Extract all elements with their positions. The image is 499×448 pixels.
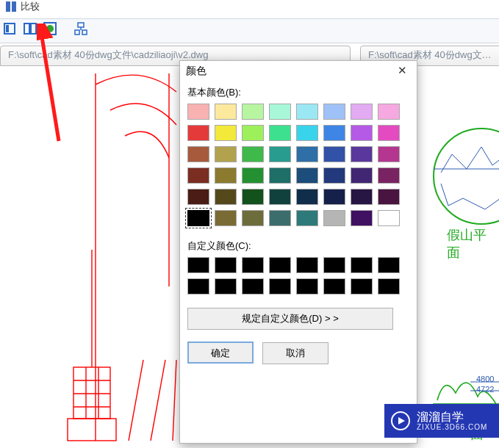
basic-color-swatch[interactable] — [351, 125, 373, 141]
svg-rect-1 — [12, 1, 16, 12]
custom-color-swatch[interactable] — [296, 257, 318, 273]
basic-color-swatch[interactable] — [296, 189, 318, 205]
color-dialog-titlebar[interactable]: 颜色 ✕ — [180, 61, 417, 82]
basic-color-swatch[interactable] — [187, 104, 209, 120]
basic-color-swatch[interactable] — [187, 167, 209, 184]
svg-point-7 — [46, 25, 54, 32]
basic-color-swatch[interactable] — [269, 189, 291, 205]
basic-color-swatch[interactable] — [323, 189, 345, 205]
basic-color-swatch[interactable] — [323, 146, 345, 162]
custom-color-swatch[interactable] — [242, 257, 264, 273]
comparison-titlebar: 比较 — [0, 0, 499, 15]
dimension-2: 4722 — [476, 385, 494, 394]
basic-color-swatch[interactable] — [269, 210, 291, 226]
svg-rect-3 — [6, 25, 9, 32]
basic-color-swatch[interactable] — [378, 210, 400, 226]
custom-color-swatch[interactable] — [323, 278, 345, 295]
basic-color-swatch[interactable] — [187, 146, 209, 162]
svg-rect-4 — [24, 24, 29, 34]
view-split-icon[interactable] — [24, 22, 38, 37]
custom-color-swatch[interactable] — [323, 257, 345, 273]
basic-color-swatch[interactable] — [351, 210, 373, 226]
custom-color-swatch[interactable] — [187, 278, 209, 295]
basic-color-swatch[interactable] — [351, 167, 373, 184]
svg-rect-8 — [78, 23, 84, 27]
svg-rect-0 — [6, 1, 10, 12]
cancel-button[interactable]: 取消 — [262, 342, 329, 364]
basic-color-swatch[interactable] — [187, 210, 209, 226]
basic-color-swatch[interactable] — [215, 104, 237, 120]
basic-color-swatch[interactable] — [296, 125, 318, 141]
svg-line-24 — [173, 360, 176, 441]
basic-color-swatch[interactable] — [242, 125, 264, 141]
basic-color-swatch[interactable] — [351, 104, 373, 120]
watermark: 溜溜自学 ZIXUE.3D66.COM — [384, 404, 499, 438]
custom-color-swatch[interactable] — [215, 278, 237, 295]
svg-rect-11 — [82, 30, 87, 35]
basic-color-swatch[interactable] — [187, 189, 209, 205]
svg-rect-14 — [73, 367, 110, 419]
tab-right-label: F:\soft\cad素材 40份dwg文… — [368, 49, 492, 60]
basic-color-swatch[interactable] — [323, 125, 345, 141]
highlight-toggle-icon[interactable] — [43, 22, 58, 37]
custom-color-swatch[interactable] — [296, 278, 318, 295]
custom-colors-grid — [187, 257, 408, 295]
svg-marker-33 — [398, 417, 405, 424]
basic-color-swatch[interactable] — [187, 125, 209, 141]
color-dialog: 颜色 ✕ 基本颜色(B): 自定义颜色(C): 规定自定义颜色(D) > > 确… — [179, 60, 417, 444]
basic-color-swatch[interactable] — [296, 104, 318, 120]
basic-color-swatch[interactable] — [215, 125, 237, 141]
custom-color-swatch[interactable] — [269, 257, 291, 273]
basic-color-swatch[interactable] — [296, 146, 318, 162]
basic-colors-label: 基本颜色(B): — [187, 86, 409, 99]
basic-color-swatch[interactable] — [242, 189, 264, 205]
basic-color-swatch[interactable] — [215, 210, 237, 226]
basic-color-swatch[interactable] — [215, 146, 237, 162]
custom-color-swatch[interactable] — [351, 278, 373, 295]
custom-color-swatch[interactable] — [378, 257, 400, 273]
close-icon[interactable]: ✕ — [392, 64, 412, 79]
basic-color-swatch[interactable] — [323, 210, 345, 226]
basic-color-swatch[interactable] — [215, 189, 237, 205]
custom-color-swatch[interactable] — [269, 278, 291, 295]
dimension-1: 4800 — [476, 375, 494, 383]
basic-color-swatch[interactable] — [242, 146, 264, 162]
basic-color-swatch[interactable] — [378, 125, 400, 141]
custom-color-swatch[interactable] — [378, 278, 400, 295]
basic-color-swatch[interactable] — [269, 167, 291, 184]
right-plan-label: 假山平面 — [447, 226, 499, 261]
custom-color-swatch[interactable] — [242, 278, 264, 295]
define-custom-color-button[interactable]: 规定自定义颜色(D) > > — [187, 308, 393, 330]
basic-color-swatch[interactable] — [323, 167, 345, 184]
basic-color-swatch[interactable] — [323, 104, 345, 120]
basic-color-swatch[interactable] — [351, 146, 373, 162]
basic-color-swatch[interactable] — [378, 104, 400, 120]
basic-color-swatch[interactable] — [242, 104, 264, 120]
custom-color-swatch[interactable] — [187, 257, 209, 273]
basic-color-swatch[interactable] — [269, 104, 291, 120]
basic-color-swatch[interactable] — [378, 167, 400, 184]
app-title: 比较 — [21, 0, 40, 13]
basic-color-swatch[interactable] — [242, 167, 264, 184]
basic-color-swatch[interactable] — [378, 189, 400, 205]
ok-button[interactable]: 确定 — [187, 342, 254, 364]
view-single-icon[interactable] — [3, 22, 18, 37]
custom-color-swatch[interactable] — [351, 257, 373, 273]
basic-color-swatch[interactable] — [215, 167, 237, 184]
svg-rect-20 — [68, 419, 116, 441]
basic-color-swatch[interactable] — [296, 167, 318, 184]
settings-icon[interactable] — [74, 22, 89, 37]
app-icon — [6, 1, 16, 14]
color-dialog-title: 颜色 — [186, 65, 207, 78]
basic-color-swatch[interactable] — [242, 210, 264, 226]
basic-color-swatch[interactable] — [296, 210, 318, 226]
basic-color-swatch[interactable] — [351, 189, 373, 205]
tab-left-label: F:\soft\cad素材 40份dwg文件\cadziliaoji\v2.dw… — [8, 49, 208, 60]
basic-color-swatch[interactable] — [378, 146, 400, 162]
basic-color-swatch[interactable] — [269, 125, 291, 141]
basic-color-swatch[interactable] — [269, 146, 291, 162]
watermark-name: 溜溜自学 — [417, 411, 487, 423]
toolbar — [0, 18, 499, 43]
watermark-logo-icon — [384, 404, 417, 438]
custom-color-swatch[interactable] — [215, 257, 237, 273]
